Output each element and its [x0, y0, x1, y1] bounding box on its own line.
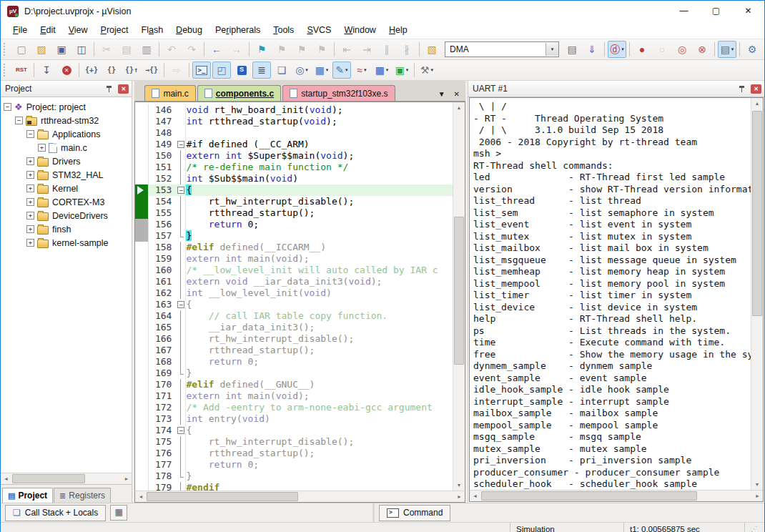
- tree-node-devicedrivers[interactable]: +DeviceDrivers: [1, 209, 132, 222]
- toolbox-button[interactable]: ⚒▾: [418, 61, 436, 79]
- uart-vscrollbar[interactable]: ▲ ▼: [751, 98, 763, 490]
- scroll-down-icon[interactable]: ▼: [751, 479, 763, 490]
- tree-node-rtthread-stm32[interactable]: −rtthread-stm32: [1, 114, 132, 127]
- code-area[interactable]: 146void rt_hw_board_init(void);147int rt…: [135, 102, 453, 491]
- code-line-148[interactable]: 148: [135, 127, 453, 139]
- system-viewer-button[interactable]: ▣▾: [393, 61, 411, 79]
- tree-node-kernel-sample[interactable]: +kernel-sample: [1, 236, 132, 250]
- editor-tab-main-c[interactable]: main.c: [144, 85, 195, 101]
- collapse-box[interactable]: −: [4, 103, 11, 111]
- target-select[interactable]: DMA▾: [445, 41, 559, 57]
- code-line-151[interactable]: 151/* re-define main function */: [135, 162, 453, 173]
- find-in-files-button[interactable]: ⇓: [583, 41, 601, 58]
- code-line-163[interactable]: 163{: [135, 299, 453, 310]
- expand-box[interactable]: +: [26, 171, 34, 179]
- code-line-161[interactable]: 161extern void __iar_data_init3(void);: [135, 276, 453, 287]
- scroll-left-icon[interactable]: ◄: [135, 491, 146, 502]
- fold-collapse-box[interactable]: [176, 139, 186, 150]
- code-line-147[interactable]: 147int rtthread_startup(void);: [135, 116, 453, 127]
- code-line-170[interactable]: 170#elif defined(__GNUC__): [135, 379, 453, 390]
- tab-project[interactable]: ▤Project: [2, 488, 53, 503]
- close-document-icon[interactable]: ✕: [454, 90, 460, 98]
- code-line-150[interactable]: 150extern int $Super$$main(void);: [135, 150, 453, 162]
- scrollbar-thumb[interactable]: [454, 217, 464, 365]
- expand-box[interactable]: +: [26, 198, 34, 206]
- trace-windows-button[interactable]: ▦▾: [372, 61, 391, 79]
- tab-list-icon[interactable]: ▼: [438, 90, 445, 98]
- menu-window[interactable]: Window: [337, 21, 382, 39]
- editor-hscrollbar[interactable]: ◄ ►: [134, 491, 465, 503]
- kill-all-breakpoints-button[interactable]: ⊗: [693, 41, 711, 58]
- resize-grip[interactable]: ⋰: [744, 523, 764, 532]
- tab-registers[interactable]: ≣Registers: [54, 488, 111, 503]
- serial-windows-button[interactable]: ✎▾: [332, 61, 351, 79]
- code-line-171[interactable]: 171extern int main(void);: [135, 390, 453, 402]
- scroll-left-icon[interactable]: ◄: [1, 473, 11, 484]
- tree-node-kernel[interactable]: +Kernel: [1, 182, 132, 195]
- menu-debug[interactable]: Debug: [169, 21, 209, 39]
- tab-command[interactable]: > Command: [379, 505, 450, 521]
- scroll-right-icon[interactable]: ►: [752, 491, 763, 501]
- memory-window-button[interactable]: ▦: [110, 505, 127, 521]
- scroll-up-icon[interactable]: ▲: [751, 98, 763, 109]
- menu-flash[interactable]: Flash: [135, 21, 170, 39]
- paste-button[interactable]: ▥: [137, 41, 156, 58]
- scroll-down-icon[interactable]: ▼: [453, 480, 465, 491]
- scroll-up-icon[interactable]: ▲: [453, 102, 465, 113]
- code-line-160[interactable]: 160/* __low_level_init will auto called …: [135, 265, 453, 276]
- tree-node-project-project[interactable]: −❖Project: project: [1, 100, 132, 114]
- callstack-window-button[interactable]: ❏: [272, 61, 291, 79]
- disassembly-window-button[interactable]: ◰: [212, 61, 231, 79]
- scroll-right-icon[interactable]: ►: [121, 473, 132, 484]
- expand-box[interactable]: +: [26, 239, 34, 247]
- tree-node-finsh[interactable]: +finsh: [1, 222, 132, 236]
- code-line-165[interactable]: 165 __iar_data_init3();: [135, 322, 453, 333]
- expand-box[interactable]: +: [26, 184, 34, 192]
- menu-view[interactable]: View: [62, 21, 94, 39]
- reset-button[interactable]: RST: [12, 61, 31, 79]
- collapse-box[interactable]: −: [15, 117, 23, 124]
- scroll-left-icon[interactable]: ◄: [470, 491, 480, 501]
- code-line-162[interactable]: 162int __low_level_init(void): [135, 287, 453, 299]
- menu-help[interactable]: Help: [382, 21, 414, 39]
- expand-box[interactable]: +: [26, 212, 34, 220]
- fold-collapse-box[interactable]: [176, 184, 186, 196]
- editor-tab-components-c[interactable]: components.c: [197, 85, 281, 101]
- maximize-button[interactable]: ▢: [700, 1, 732, 21]
- collapse-box[interactable]: −: [26, 130, 34, 138]
- uart-hscrollbar[interactable]: ◄ ►: [470, 490, 763, 501]
- code-line-158[interactable]: 158#elif defined(__ICCARM__): [135, 242, 453, 253]
- tree-node-drivers[interactable]: +Drivers: [1, 154, 132, 168]
- scrollbar-thumb[interactable]: [481, 491, 697, 501]
- insert-breakpoint-button[interactable]: ●: [633, 41, 651, 58]
- watch-windows-button[interactable]: ◎▾: [292, 61, 311, 79]
- code-line-169[interactable]: 169}: [135, 368, 453, 379]
- project-tree-hscrollbar[interactable]: ◄ ►: [1, 473, 132, 484]
- code-line-157[interactable]: 157}: [135, 230, 453, 242]
- code-line-176[interactable]: 176 rtthread_startup();: [135, 448, 453, 459]
- code-line-146[interactable]: 146void rt_hw_board_init(void);: [135, 104, 453, 116]
- save-button[interactable]: ▣: [52, 41, 71, 58]
- navigate-back-button[interactable]: ←: [207, 41, 226, 58]
- configure-target-button[interactable]: ▧: [423, 41, 441, 58]
- tree-node-applications[interactable]: −Applications: [1, 127, 132, 141]
- minimize-button[interactable]: —: [668, 1, 700, 21]
- menu-edit[interactable]: Edit: [34, 21, 62, 39]
- scrollbar-thumb[interactable]: [147, 492, 298, 501]
- menu-svcs[interactable]: SVCS: [300, 21, 337, 39]
- editor-tab-startup-stm32f103xe-s[interactable]: startup_stm32f103xe.s: [282, 85, 395, 101]
- step-over-button[interactable]: {}: [102, 61, 121, 79]
- disable-all-breakpoints-button[interactable]: ◎: [673, 41, 691, 58]
- code-line-154[interactable]: 154 rt_hw_interrupt_disable();: [135, 196, 453, 207]
- insert-bookmark-button[interactable]: ⚑: [252, 41, 271, 58]
- command-window-button[interactable]: >_: [192, 61, 211, 79]
- symbols-window-button[interactable]: S: [232, 61, 251, 79]
- pin-icon[interactable]: [739, 85, 745, 93]
- code-line-152[interactable]: 152int $Sub$$main(void): [135, 173, 453, 184]
- save-all-button[interactable]: ◫: [72, 41, 91, 58]
- tree-node-stm32-hal[interactable]: +STM32_HAL: [1, 168, 132, 182]
- configure-button[interactable]: ⚙: [743, 41, 761, 58]
- target-select-dropdown[interactable]: ▾: [546, 43, 558, 56]
- editor-vscrollbar[interactable]: ▲ ▼: [453, 102, 465, 491]
- code-line-167[interactable]: 167 rtthread_startup();: [135, 345, 453, 356]
